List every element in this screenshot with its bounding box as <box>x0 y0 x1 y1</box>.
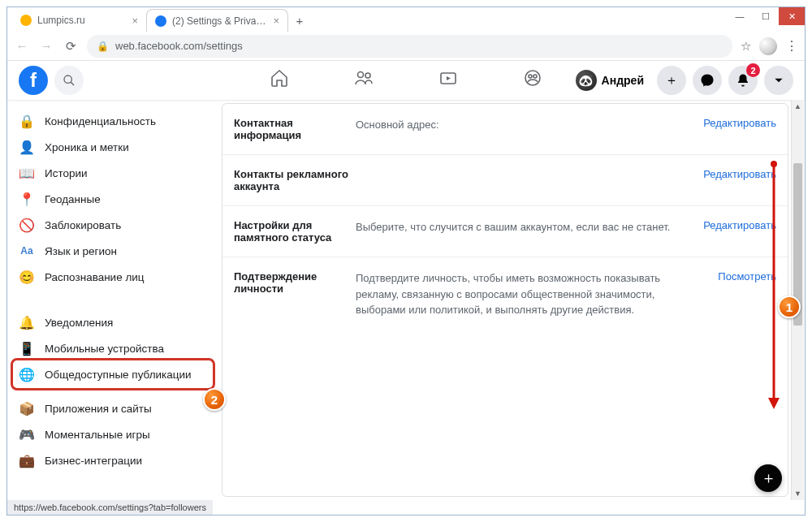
forward-button[interactable]: → <box>38 38 54 54</box>
row-desc: Основной адрес: <box>356 117 703 141</box>
sidebar-item-notifications[interactable]: 🔔Уведомления <box>7 309 218 335</box>
tab-title: Lumpics.ru <box>37 15 127 26</box>
sidebar-item-games[interactable]: 🎮Моментальные игры <box>7 421 218 447</box>
user-profile-link[interactable]: 🐼 Андрей <box>569 67 650 94</box>
titlebar: Lumpics.ru × (2) Settings & Privacy | Fa… <box>7 7 805 32</box>
svg-point-6 <box>529 75 532 78</box>
friends-icon <box>354 68 374 88</box>
sidebar-item-mobile: 📱Мобильные устройства <box>7 335 218 361</box>
back-button[interactable]: ← <box>14 38 30 54</box>
browser-tab-facebook[interactable]: (2) Settings & Privacy | Facebook × <box>146 9 288 32</box>
edit-link[interactable]: Редактировать <box>703 219 776 244</box>
bookmark-icon[interactable]: ☆ <box>741 39 751 54</box>
row-desc: Подтвердите личность, чтобы иметь возмож… <box>356 270 718 318</box>
sidebar-item-face-recognition[interactable]: 😊Распознавание лиц <box>7 264 218 290</box>
sidebar-item-location[interactable]: 📍Геоданные <box>7 186 218 212</box>
lock-icon: 🔒 <box>19 113 35 129</box>
mobile-icon: 📱 <box>19 340 35 356</box>
profile-avatar-icon[interactable] <box>759 37 777 55</box>
close-icon[interactable]: × <box>273 15 279 27</box>
close-icon[interactable]: × <box>132 15 138 27</box>
plus-icon: ＋ <box>761 468 776 489</box>
language-icon: Aa <box>19 243 35 259</box>
browser-tab-lumpics[interactable]: Lumpics.ru × <box>12 9 146 32</box>
svg-point-0 <box>64 75 71 83</box>
pin-icon: 📍 <box>19 191 35 207</box>
sidebar-label: Общедоступные публикации <box>45 369 192 381</box>
address-bar: ← → ⟳ 🔒 web.facebook.com/settings ☆ ⋮ <box>7 32 805 61</box>
tab-title: (2) Settings & Privacy | Facebook <box>172 15 268 27</box>
sidebar-label: Бизнес-интеграции <box>45 455 142 467</box>
row-desc <box>356 168 703 192</box>
groups-tab[interactable] <box>523 68 542 93</box>
watch-icon <box>438 68 458 88</box>
notifications-button[interactable]: 2 <box>728 66 758 95</box>
favicon-icon <box>20 15 32 26</box>
sidebar-item-public-posts-wrap: 🌐Общедоступные публикации <box>7 361 218 387</box>
home-tab[interactable] <box>270 68 289 93</box>
friends-tab[interactable] <box>354 68 374 93</box>
row-label: Настройки для памятного статуса <box>234 219 356 244</box>
create-button[interactable]: ＋ <box>657 66 686 95</box>
book-icon: 📖 <box>19 165 35 181</box>
sidebar-item-business[interactable]: 💼Бизнес-интеграции <box>7 447 218 473</box>
settings-panel: Контактная информация Основной адрес: Ре… <box>222 103 788 497</box>
facebook-logo-icon[interactable]: f <box>19 66 48 95</box>
svg-line-1 <box>71 82 74 85</box>
scroll-up-icon[interactable]: ▲ <box>792 100 804 113</box>
sidebar-label: Уведомления <box>45 317 113 329</box>
header-right: 🐼 Андрей ＋ 2 <box>569 66 793 95</box>
block-icon: 🚫 <box>19 217 35 233</box>
sidebar-item-apps[interactable]: 📦Приложения и сайты <box>7 395 218 421</box>
minimize-button[interactable]: — <box>727 7 753 25</box>
url-text: web.facebook.com/settings <box>115 40 243 52</box>
sidebar-label: Хроника и метки <box>45 141 129 153</box>
annotation-number-2: 2 <box>203 388 226 411</box>
reload-button[interactable]: ⟳ <box>63 38 79 54</box>
sidebar-item-public-posts[interactable]: 🌐Общедоступные публикации <box>7 361 218 387</box>
new-tab-button[interactable]: + <box>288 9 311 32</box>
compose-fab-button[interactable]: ＋ <box>754 464 782 492</box>
business-icon: 💼 <box>19 452 35 468</box>
settings-sidebar: 🔒Конфиденциальность 👤Хроника и метки 📖Ис… <box>7 100 218 500</box>
search-button[interactable] <box>54 66 84 95</box>
edit-link[interactable]: Редактировать <box>703 168 776 192</box>
browser-tabs: Lumpics.ru × (2) Settings & Privacy | Fa… <box>7 7 311 32</box>
scroll-down-icon[interactable]: ▼ <box>792 487 804 500</box>
avatar-icon: 🐼 <box>576 70 597 91</box>
settings-row-identity: Подтверждение личности Подтвердите лично… <box>222 257 788 331</box>
close-window-button[interactable]: ✕ <box>779 7 805 25</box>
row-label: Контактная информация <box>234 117 356 141</box>
sidebar-item-language[interactable]: AaЯзык и регион <box>7 238 218 264</box>
edit-link[interactable]: Редактировать <box>703 117 776 141</box>
maximize-button[interactable]: ☐ <box>753 7 779 25</box>
sidebar-label: Геоданные <box>45 193 101 205</box>
sidebar-label: Приложения и сайты <box>45 403 152 415</box>
sidebar-item-timeline[interactable]: 👤Хроника и метки <box>7 134 218 160</box>
window-controls: — ☐ ✕ <box>727 7 805 25</box>
lock-icon: 🔒 <box>97 41 109 52</box>
svg-point-5 <box>525 71 540 85</box>
sidebar-label: Моментальные игры <box>45 429 150 441</box>
sidebar-item-privacy[interactable]: 🔒Конфиденциальность <box>7 108 218 134</box>
sidebar-item-blocking[interactable]: 🚫Заблокировать <box>7 212 218 238</box>
annotation-number-1: 1 <box>778 296 801 318</box>
watch-tab[interactable] <box>438 68 458 93</box>
url-input[interactable]: 🔒 web.facebook.com/settings <box>87 35 732 58</box>
status-bar: https://web.facebook.com/settings?tab=fo… <box>7 500 213 515</box>
annotation-arrow <box>767 161 781 411</box>
user-name: Андрей <box>602 74 644 87</box>
row-label: Контакты рекламного аккаунта <box>234 168 356 192</box>
settings-row-contact-info: Контактная информация Основной адрес: Ре… <box>222 104 788 155</box>
facebook-header: f 🐼 Андрей ＋ 2 <box>7 61 805 100</box>
svg-point-2 <box>358 72 364 78</box>
account-menu-button[interactable] <box>764 66 793 95</box>
sidebar-label: Конфиденциальность <box>45 115 156 127</box>
sidebar-item-stories[interactable]: 📖Истории <box>7 160 218 186</box>
face-icon: 😊 <box>19 269 35 285</box>
messenger-button[interactable] <box>693 66 722 95</box>
menu-icon[interactable]: ⋮ <box>785 38 798 54</box>
content-area: 🔒Конфиденциальность 👤Хроника и метки 📖Ис… <box>7 100 805 500</box>
person-icon: 👤 <box>19 139 35 155</box>
sidebar-label: Мобильные устройства <box>45 343 164 355</box>
